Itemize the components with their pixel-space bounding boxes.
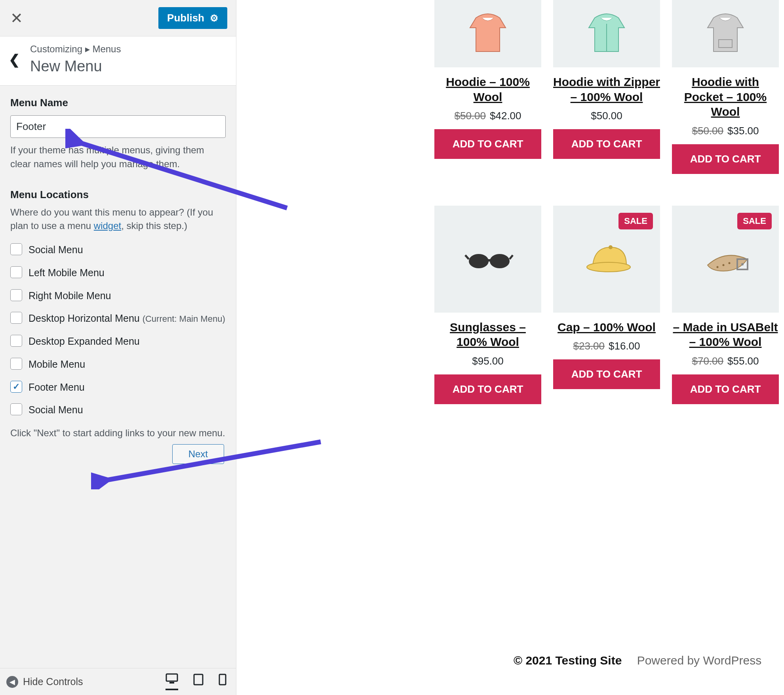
add-to-cart-button[interactable]: ADD TO CART [553,359,660,389]
checkbox-icon[interactable] [10,289,22,301]
location-checkbox-row[interactable]: Right Mobile Menu [10,289,226,303]
location-checkbox-row[interactable]: Footer Menu [10,381,226,394]
svg-point-6 [469,254,489,268]
product-title[interactable]: Hoodie with Zipper – 100% Wool [553,74,660,104]
publish-button[interactable]: Publish ⚙ [158,7,227,29]
svg-point-13 [717,266,719,268]
location-checkbox-row[interactable]: Desktop Horizontal Menu (Current: Main M… [10,312,226,325]
add-to-cart-button[interactable]: ADD TO CART [672,374,779,404]
product-title[interactable]: Hoodie with Pocket – 100% Wool [672,74,779,119]
product-image[interactable] [434,206,541,313]
belt-icon [700,237,751,281]
svg-rect-8 [487,259,491,262]
svg-point-7 [490,254,510,268]
add-to-cart-button[interactable]: ADD TO CART [553,129,660,159]
location-label: Mobile Menu [29,358,85,371]
menu-name-help: If your theme has multiple menus, giving… [10,143,226,171]
hoodie-mint-icon [581,12,632,55]
location-label: Footer Menu [29,381,85,394]
current-price: $55.00 [727,355,759,367]
cap-icon [581,237,632,281]
product-card: Hoodie – 100% Wool$50.00$42.00ADD TO CAR… [434,0,541,174]
breadcrumb-row: ❮ Customizing ▸ Menus New Menu [0,36,236,86]
add-to-cart-button[interactable]: ADD TO CART [672,144,779,174]
current-price: $16.00 [609,340,640,352]
location-label: Social Menu [29,243,83,257]
add-to-cart-button[interactable]: ADD TO CART [434,129,541,159]
checkbox-icon[interactable] [10,381,22,393]
product-title[interactable]: Cap – 100% Wool [558,320,656,335]
product-title[interactable]: Hoodie – 100% Wool [434,74,541,104]
checkbox-icon[interactable] [10,403,22,415]
old-price: $50.00 [454,110,486,122]
footer-copyright: © 2021 Testing Site [514,654,622,667]
page-title: New Menu [30,58,227,75]
product-card: Hoodie with Pocket – 100% Wool$50.00$35.… [672,0,779,174]
current-price: $50.00 [591,110,622,122]
product-price: $50.00 [591,110,622,122]
menu-locations-desc: Where do you want this menu to appear? (… [10,206,226,233]
tablet-icon[interactable] [193,674,204,690]
locations-list: Social MenuLeft Mobile MenuRight Mobile … [10,243,226,417]
sale-badge: SALE [618,213,653,229]
checkbox-icon[interactable] [10,243,22,255]
widget-link[interactable]: widget [94,220,121,231]
location-label: Left Mobile Menu [29,266,105,280]
hide-controls-button[interactable]: ◀ Hide Controls [6,676,83,688]
svg-point-9 [587,262,630,272]
svg-point-12 [741,263,744,265]
product-image[interactable] [434,0,541,67]
footer-powered: Powered by WordPress [637,654,762,667]
product-card: Sunglasses – 100% Wool$95.00ADD TO CART [434,206,541,404]
checkbox-icon[interactable] [10,358,22,370]
close-icon[interactable]: ✕ [10,11,23,26]
sidebar-footer: ◀ Hide Controls [0,668,236,695]
location-checkbox-row[interactable]: Desktop Expanded Menu [10,335,226,348]
hide-controls-label: Hide Controls [23,676,83,687]
location-label: Right Mobile Menu [29,289,111,303]
hoodie-grey-icon [700,12,751,55]
site-footer: © 2021 Testing Site Powered by WordPress [514,654,761,667]
customizer-sidebar: ✕ Publish ⚙ ❮ Customizing ▸ Menus New Me… [0,0,236,695]
next-help: Click "Next" to start adding links to yo… [10,426,226,440]
product-title[interactable]: – Made in USABelt – 100% Wool [672,320,779,349]
location-checkbox-row[interactable]: Social Menu [10,243,226,257]
location-label: Social Menu [29,403,83,417]
svg-rect-0 [166,674,177,681]
location-label: Desktop Expanded Menu [29,335,140,348]
menu-locations-title: Menu Locations [10,189,226,201]
sale-badge: SALE [737,213,772,229]
checkbox-icon[interactable] [10,312,22,324]
checkbox-icon[interactable] [10,266,22,278]
add-to-cart-button[interactable]: ADD TO CART [434,374,541,404]
next-button[interactable]: Next [172,444,224,464]
svg-rect-3 [219,674,226,685]
svg-rect-1 [169,682,174,684]
sidebar-topbar: ✕ Publish ⚙ [0,0,236,36]
panel-body: Menu Name If your theme has multiple men… [0,86,236,668]
location-checkbox-row[interactable]: Social Menu [10,403,226,417]
caret-left-icon: ◀ [6,676,18,688]
product-image[interactable]: SALE [672,206,779,313]
locations-desc-after: , skip this step.) [121,220,187,231]
product-title[interactable]: Sunglasses – 100% Wool [434,320,541,349]
product-image[interactable] [553,0,660,67]
svg-rect-2 [194,674,203,685]
location-checkbox-row[interactable]: Left Mobile Menu [10,266,226,280]
location-label: Desktop Horizontal Menu (Current: Main M… [29,312,225,325]
back-icon[interactable]: ❮ [9,52,20,67]
product-image[interactable] [672,0,779,67]
location-sublabel: (Current: Main Menu) [143,314,225,324]
menu-name-input[interactable] [10,115,226,138]
sunglasses-icon [462,237,514,281]
desktop-icon[interactable] [166,673,178,690]
product-card: SALE– Made in USABelt – 100% Wool$70.00$… [672,206,779,404]
mobile-icon[interactable] [219,674,226,690]
location-checkbox-row[interactable]: Mobile Menu [10,358,226,371]
checkbox-icon[interactable] [10,335,22,347]
product-price: $50.00$35.00 [692,125,759,137]
menu-name-label: Menu Name [10,97,226,109]
gear-icon: ⚙ [210,13,219,24]
product-image[interactable]: SALE [553,206,660,313]
products-grid: Hoodie – 100% Wool$50.00$42.00ADD TO CAR… [434,0,776,404]
